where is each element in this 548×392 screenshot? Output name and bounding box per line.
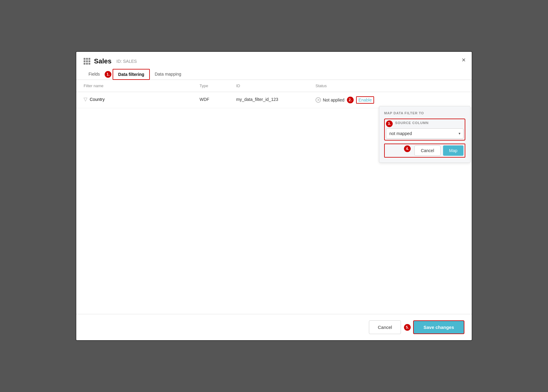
modal-title: Sales bbox=[94, 57, 112, 65]
not-applied-status: ✕ Not applied bbox=[315, 97, 344, 103]
source-column-label: SOURCE COLUMN bbox=[395, 121, 429, 125]
enable-button[interactable]: Enable bbox=[356, 96, 374, 104]
step4-badge: 4. bbox=[404, 145, 411, 152]
step2-badge: 2. bbox=[347, 97, 354, 103]
panel-cancel-button[interactable]: Cancel bbox=[414, 145, 441, 156]
tab-data-filtering-wrapper: 1. Data filtering bbox=[105, 69, 150, 80]
step3-badge: 3. bbox=[386, 120, 393, 127]
type-value: WDF bbox=[200, 97, 209, 102]
grid-icon bbox=[84, 58, 90, 65]
id-cell: my_data_filter_id_123 bbox=[236, 96, 315, 102]
save-changes-button[interactable]: Save changes bbox=[413, 320, 464, 334]
table-header: Filter name Type ID Status bbox=[76, 80, 472, 92]
close-button[interactable]: × bbox=[462, 57, 466, 63]
source-column-section: 3. SOURCE COLUMN not mapped ▾ bbox=[384, 119, 465, 141]
footer-cancel-button[interactable]: Cancel bbox=[369, 320, 401, 334]
filter-icon: ▽ bbox=[84, 96, 87, 102]
status-text: Not applied bbox=[323, 98, 344, 102]
modal-header: Sales ID: SALES × bbox=[76, 52, 472, 65]
source-column-select[interactable]: not mapped bbox=[386, 128, 463, 139]
status-row: ✕ Not applied 2. Enable bbox=[315, 96, 464, 104]
col-status: Status bbox=[315, 84, 464, 88]
modal-container: Sales ID: SALES × Fields 1. Data filteri… bbox=[76, 51, 472, 341]
panel-actions: 4. Cancel Map bbox=[384, 144, 465, 158]
col-type: Type bbox=[200, 84, 236, 88]
id-value: my_data_filter_id_123 bbox=[236, 97, 278, 102]
type-cell: WDF bbox=[200, 96, 236, 102]
filter-name-cell: ▽ Country bbox=[84, 96, 200, 102]
map-data-filter-panel: MAP DATA FILTER TO 3. SOURCE COLUMN not … bbox=[379, 106, 470, 163]
modal-id: ID: SALES bbox=[117, 59, 137, 64]
map-button[interactable]: Map bbox=[443, 145, 463, 156]
tab-data-filtering[interactable]: Data filtering bbox=[113, 69, 150, 80]
filter-name: Country bbox=[90, 97, 105, 102]
tabs-bar: Fields 1. Data filtering Data mapping bbox=[76, 65, 472, 80]
col-filter-name: Filter name bbox=[84, 84, 200, 88]
tab-data-mapping[interactable]: Data mapping bbox=[150, 69, 186, 80]
status-area: ✕ Not applied 2. Enable MAP DATA FILTER … bbox=[315, 96, 464, 104]
step5-badge: 5. bbox=[404, 324, 411, 331]
content-area: Filter name Type ID Status ▽ Country WDF… bbox=[76, 80, 472, 314]
modal-footer: Cancel 5. Save changes bbox=[76, 314, 472, 340]
step1-badge: 1. bbox=[105, 71, 111, 78]
tab-fields[interactable]: Fields bbox=[84, 69, 105, 80]
x-circle-icon: ✕ bbox=[315, 97, 321, 103]
panel-title: MAP DATA FILTER TO bbox=[384, 111, 465, 115]
table-row: ▽ Country WDF my_data_filter_id_123 ✕ No… bbox=[76, 92, 472, 108]
col-id: ID bbox=[236, 84, 315, 88]
select-wrapper: not mapped ▾ bbox=[386, 128, 463, 139]
